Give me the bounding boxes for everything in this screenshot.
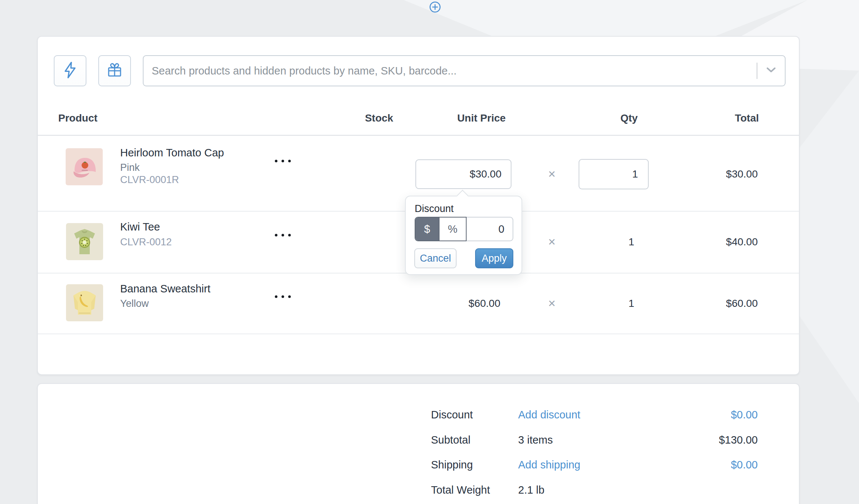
- product-name-link[interactable]: Banana Sweatshirt: [120, 281, 210, 296]
- row-menu-button[interactable]: [271, 291, 294, 302]
- product-image-sweatshirt: [66, 284, 103, 321]
- plus-circle-icon: [429, 8, 441, 14]
- summary-value: $0.00: [731, 457, 758, 472]
- lightning-icon: [63, 61, 78, 80]
- line-total: $40.00: [726, 235, 758, 249]
- apply-button[interactable]: Apply: [475, 248, 513, 268]
- summary-items-count: 3 items: [518, 432, 553, 447]
- line-quantity: 1: [628, 235, 634, 249]
- quick-sale-button[interactable]: [54, 55, 86, 86]
- row-divider: [38, 334, 799, 334]
- column-header-unit-price: Unit Price: [444, 109, 519, 127]
- product-image-tee: [66, 223, 103, 260]
- product-variant: Pink: [120, 161, 140, 174]
- summary-weight-value: 2.1 lb: [518, 483, 544, 497]
- discount-type-percent-button[interactable]: %: [439, 218, 466, 241]
- column-header-product: Product: [58, 109, 98, 127]
- unit-price-value[interactable]: $60.00: [468, 296, 500, 311]
- table-row: Banana Sweatshirt Yellow $60.00 ✕ 1 $60.…: [38, 273, 799, 334]
- gift-icon: [106, 61, 124, 80]
- summary-label: Subtotal: [431, 432, 470, 447]
- summary-value: $130.00: [719, 432, 758, 447]
- multiply-icon: ✕: [541, 167, 563, 182]
- row-menu-button[interactable]: [271, 229, 294, 241]
- gift-card-button[interactable]: [98, 55, 131, 86]
- summary-value: $0.00: [731, 407, 758, 422]
- order-summary-card: Discount Add discount $0.00 Subtotal 3 i…: [37, 383, 800, 504]
- summary-label: Total Weight: [431, 483, 490, 497]
- product-image-cap: [66, 148, 103, 185]
- unit-price-input[interactable]: [415, 159, 511, 189]
- discount-value-input[interactable]: [467, 217, 513, 241]
- discount-popover: Discount $ % Cancel Apply: [405, 196, 522, 275]
- add-shipping-link[interactable]: Add shipping: [518, 457, 580, 472]
- order-editor-page: Product Stock Unit Price Qty Total Heirl…: [0, 0, 859, 504]
- search-dropdown-toggle[interactable]: [757, 56, 785, 86]
- summary-row-discount: Discount Add discount $0.00: [38, 407, 799, 422]
- summary-row-shipping: Shipping Add shipping $0.00: [38, 457, 799, 472]
- summary-label: Shipping: [431, 457, 473, 472]
- add-discount-link[interactable]: Add discount: [518, 407, 580, 422]
- ellipsis-icon: [275, 160, 291, 162]
- ellipsis-icon: [275, 295, 291, 298]
- quantity-input[interactable]: [579, 159, 649, 189]
- product-sku: CLVR-0012: [120, 235, 172, 249]
- column-header-total: Total: [735, 109, 759, 127]
- discount-popover-title: Discount: [415, 203, 454, 215]
- column-header-qty: Qty: [599, 109, 659, 127]
- column-header-stock: Stock: [349, 109, 409, 127]
- summary-row-total-weight: Total Weight 2.1 lb: [38, 483, 799, 497]
- product-sku: CLVR-0001R: [120, 173, 179, 186]
- line-total: $60.00: [726, 296, 758, 311]
- summary-label: Discount: [431, 407, 473, 422]
- chevron-down-icon: [766, 67, 776, 74]
- product-search: [143, 55, 786, 86]
- product-variant: Yellow: [120, 297, 149, 310]
- summary-row-subtotal: Subtotal 3 items $130.00: [38, 432, 799, 447]
- row-menu-button[interactable]: [271, 155, 294, 166]
- discount-controls: $ %: [415, 217, 513, 241]
- multiply-icon: ✕: [541, 235, 563, 249]
- line-quantity: 1: [628, 296, 634, 311]
- discount-type-dollar-button[interactable]: $: [415, 218, 439, 241]
- add-section-button[interactable]: [429, 1, 441, 13]
- ellipsis-icon: [275, 234, 291, 236]
- multiply-icon: ✕: [541, 296, 563, 311]
- product-search-input[interactable]: [144, 56, 757, 86]
- product-name-link[interactable]: Kiwi Tee: [120, 219, 160, 235]
- discount-type-toggle: $ %: [415, 217, 467, 241]
- line-total: $30.00: [726, 167, 758, 182]
- product-name-link[interactable]: Heirloom Tomato Cap: [120, 145, 224, 160]
- cancel-button[interactable]: Cancel: [414, 248, 457, 268]
